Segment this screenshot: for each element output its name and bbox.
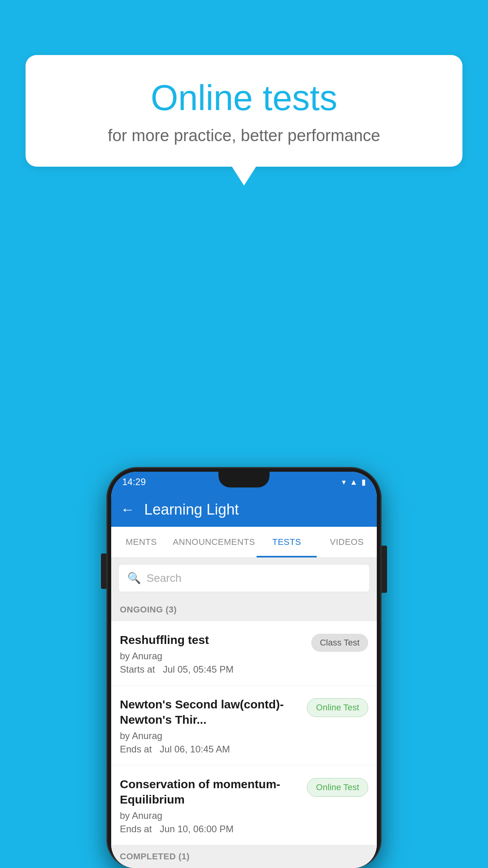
test-author-2: by Anurag [120,730,301,741]
speech-bubble: Online tests for more practice, better p… [26,55,462,167]
test-time-label-1: Starts at [120,664,155,675]
test-item-1[interactable]: Reshuffling test by Anurag Starts at Jul… [111,621,377,686]
search-bar[interactable]: 🔍 Search [118,564,370,592]
status-icons: ▾ ▲ ▮ [342,477,366,487]
test-content-3: Conservation of momentum-Equilibrium by … [120,776,301,835]
status-time: 14:29 [122,476,146,487]
tab-videos[interactable]: VIDEOS [317,527,377,557]
test-name-2: Newton's Second law(contd)-Newton's Thir… [120,697,301,727]
tabs-bar: MENTS ANNOUNCEMENTS TESTS VIDEOS [111,527,377,558]
search-placeholder: Search [147,572,182,585]
bubble-title: Online tests [45,79,443,118]
test-time-value-1: Jul 05, 05:45 PM [163,664,233,675]
app-header-title: Learning Light [144,501,239,518]
tab-announcements[interactable]: ANNOUNCEMENTS [171,527,257,557]
test-author-1: by Anurag [120,651,305,662]
test-item-3[interactable]: Conservation of momentum-Equilibrium by … [111,765,377,845]
test-list: Reshuffling test by Anurag Starts at Jul… [111,621,377,845]
test-content-1: Reshuffling test by Anurag Starts at Jul… [120,632,305,675]
test-name-3: Conservation of momentum-Equilibrium [120,776,301,807]
search-icon: 🔍 [127,572,141,585]
test-badge-1: Class Test [311,634,368,652]
test-content-2: Newton's Second law(contd)-Newton's Thir… [120,697,301,755]
search-container: 🔍 Search [111,558,377,598]
phone-screen: 14:29 ▾ ▲ ▮ ← Learning Light MENTS ANNOU… [111,472,377,868]
test-name-1: Reshuffling test [120,632,305,647]
speech-bubble-container: Online tests for more practice, better p… [26,55,462,167]
back-button[interactable]: ← [121,501,135,518]
wifi-icon: ▾ [342,477,346,487]
test-author-3: by Anurag [120,810,301,821]
test-time-label-2: Ends at [120,744,152,754]
status-bar: 14:29 ▾ ▲ ▮ [111,472,377,492]
battery-icon: ▮ [361,477,366,487]
test-badge-2: Online Test [307,698,368,717]
test-time-value-2: Jul 06, 10:45 AM [160,744,230,754]
test-item-2[interactable]: Newton's Second law(contd)-Newton's Thir… [111,686,377,765]
test-time-3: Ends at Jun 10, 06:00 PM [120,824,301,835]
tab-ments[interactable]: MENTS [111,527,171,557]
bubble-subtitle: for more practice, better performance [45,126,443,145]
notch [218,472,270,487]
test-badge-3: Online Test [307,778,368,797]
signal-icon: ▲ [350,478,358,487]
test-time-2: Ends at Jul 06, 10:45 AM [120,744,301,755]
test-time-1: Starts at Jul 05, 05:45 PM [120,664,305,675]
phone-outer: 14:29 ▾ ▲ ▮ ← Learning Light MENTS ANNOU… [106,467,382,868]
phone-container: 14:29 ▾ ▲ ▮ ← Learning Light MENTS ANNOU… [106,467,382,868]
completed-section-header: COMPLETED (1) [111,845,377,868]
app-header: ← Learning Light [111,492,377,527]
ongoing-section-header: ONGOING (3) [111,598,377,621]
test-time-label-3: Ends at [120,824,152,834]
tab-tests[interactable]: TESTS [257,527,317,557]
test-time-value-3: Jun 10, 06:00 PM [160,824,233,834]
